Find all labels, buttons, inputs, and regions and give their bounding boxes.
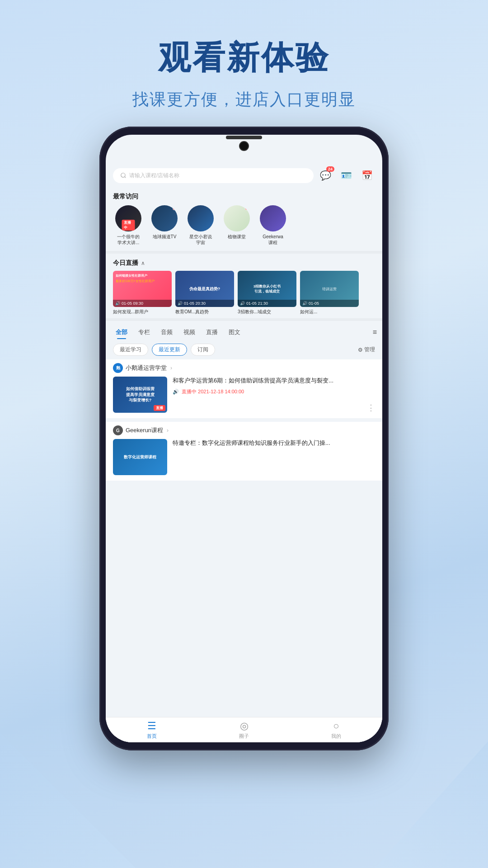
shop-arrow-icon: › <box>170 365 172 371</box>
tab-live[interactable]: 直播 <box>202 326 222 338</box>
contacts-icon-btn[interactable]: 🪪 <box>338 167 354 184</box>
divider <box>106 318 382 321</box>
shop-name: Geekerun课程 <box>126 426 163 434</box>
filter-recent-study[interactable]: 最近学习 <box>113 344 148 356</box>
content-card: 数字化运营师课程 特邀专栏：数字化运营师课程给知识服务行业新手的入门操... <box>106 439 382 481</box>
channels-row: 直播中 一个很牛的学术大讲... 地球频道TV 星空小 <box>113 205 375 245</box>
shop-arrow-icon: › <box>167 427 169 434</box>
channel-avatar: 直播中 <box>115 205 141 231</box>
content-card: 如何借助训练营提高学员满意度与裂变增长? 直播 和客户学运营第6期：如何借助训练… <box>106 377 382 418</box>
profile-icon: ○ <box>333 720 339 732</box>
live-status: 直播中 2021-12-18 14:00:00 <box>182 388 244 395</box>
calendar-icon: 📅 <box>361 170 373 181</box>
tab-menu-icon[interactable]: ≡ <box>373 328 377 336</box>
nav-profile[interactable]: ○ 我的 <box>290 717 382 742</box>
phone-speaker <box>226 136 262 139</box>
tab-audio[interactable]: 音频 <box>156 326 177 338</box>
channel-item[interactable]: 直播中 一个很牛的学术大讲... <box>113 205 144 245</box>
channel-item[interactable]: Geekerwa课程 <box>258 205 288 245</box>
filter-row: 最近学习 最近更新 订阅 ⚙ 管理 <box>106 342 382 359</box>
nav-profile-label: 我的 <box>331 733 341 740</box>
shop-header[interactable]: 鹅 小鹅通运营学堂 › <box>106 359 382 377</box>
tab-all[interactable]: 全部 <box>111 326 132 338</box>
live-label: 直播 <box>154 405 165 411</box>
card-thumbnail: 数字化运营师课程 <box>113 439 167 475</box>
channel-avatar <box>151 205 178 231</box>
live-time: 01-05 21:30 <box>246 301 268 306</box>
thumb-overlay: 🔊 01-05 20:30 <box>175 300 234 307</box>
most-visited-section: 最常访问 直播中 一个很牛的学术大讲... 地球频道T <box>106 189 382 249</box>
most-visited-title: 最常访问 <box>113 193 375 201</box>
tab-column[interactable]: 专栏 <box>134 326 155 338</box>
live-card[interactable]: 伪命题是真趋势? 🔊 01-05 20:30 教育OM...真趋势 <box>175 271 234 315</box>
live-today-title: 今日直播 <box>113 259 138 267</box>
channel-name: 地球频道TV <box>149 234 180 240</box>
live-cards-row: 如何链接女性社群用户 服务好100万+女性社群用户 🔊 01-05 09:30 … <box>113 271 375 315</box>
thumb-overlay: 🔊 01-05 <box>300 300 359 307</box>
card-meta: 🔊 直播中 2021-12-18 14:00:00 <box>173 388 361 395</box>
hero-subtitle: 找课更方便，进店入口更明显 <box>0 89 488 111</box>
thumb-text: 如何借助训练营提高学员满意度与裂变增长? <box>124 384 156 405</box>
live-card[interactable]: 培训运营 🔊 01-05 如何运... <box>300 271 359 315</box>
divider <box>106 251 382 254</box>
live-badge: 直播中 <box>122 220 135 231</box>
thumb-overlay: 🔊 01-05 21:30 <box>238 300 296 307</box>
card-title: 特邀专栏：数字化运营师课程给知识服务行业新手的入门操... <box>173 439 375 447</box>
nav-community[interactable]: ◎ 圈子 <box>198 717 290 742</box>
filter-recent-update[interactable]: 最近更新 <box>152 344 187 356</box>
content-area: 鹅 小鹅通运营学堂 › 如何借助训练营提高学员满意度与裂变增长? 直播 <box>106 359 382 481</box>
card-info: 和客户学运营第6期：如何借助训练营提高学员满意度与裂变... 🔊 直播中 202… <box>173 377 361 413</box>
shop-section: 鹅 小鹅通运营学堂 › 如何借助训练营提高学员满意度与裂变增长? 直播 <box>106 359 382 418</box>
live-card[interactable]: 3招教你从小红书引流，临域成交 🔊 01-05 21:30 3招教你...域成交 <box>238 271 296 315</box>
live-time: 01-05 <box>309 301 319 306</box>
shop-header[interactable]: G Geekerun课程 › <box>106 422 382 439</box>
message-badge: 24 <box>326 166 334 172</box>
thumb-overlay: 🔊 01-05 09:30 <box>113 300 172 307</box>
shop-avatar: G <box>113 425 123 435</box>
thumb-text: 数字化运营师课程 <box>122 453 158 462</box>
content-tabs: 全部 专栏 音频 视频 直播 图文 ≡ <box>106 323 382 342</box>
channel-avatar <box>260 205 286 231</box>
manage-icon: ⚙ <box>358 347 363 353</box>
live-card-title: 如何发现...群用户 <box>113 309 172 315</box>
filter-subscribe[interactable]: 订阅 <box>191 344 215 356</box>
tab-text[interactable]: 图文 <box>224 326 245 338</box>
message-icon-btn[interactable]: 💬 24 <box>317 167 333 184</box>
card-info: 特邀专栏：数字化运营师课程给知识服务行业新手的入门操... <box>173 439 375 475</box>
search-placeholder: 请输入课程/店铺名称 <box>129 172 179 179</box>
live-time: 01-05 09:30 <box>122 301 143 306</box>
calendar-icon-btn[interactable]: 📅 <box>359 167 375 184</box>
shop-name: 小鹅通运营学堂 <box>126 364 167 372</box>
channel-item[interactable]: 星空小君说宇宙 <box>185 205 216 245</box>
channel-item[interactable]: 地球频道TV <box>149 205 180 245</box>
nav-home-label: 首页 <box>147 733 157 740</box>
live-card-title: 教育OM...真趋势 <box>175 309 234 315</box>
card-title: 和客户学运营第6期：如何借助训练营提高学员满意度与裂变... <box>173 377 361 385</box>
search-input[interactable]: 请输入课程/店铺名称 <box>113 168 314 183</box>
red-dot <box>245 207 249 210</box>
svg-point-0 <box>121 173 125 177</box>
channel-avatar <box>188 205 214 231</box>
live-card[interactable]: 如何链接女性社群用户 服务好100万+女性社群用户 🔊 01-05 09:30 … <box>113 271 172 315</box>
red-dot <box>173 207 176 210</box>
card-thumbnail: 如何借助训练营提高学员满意度与裂变增长? 直播 <box>113 377 167 413</box>
contacts-icon: 🪪 <box>341 170 352 181</box>
phone-mockup: 请输入课程/店铺名称 💬 24 🪪 📅 <box>99 127 389 750</box>
live-card-thumb: 3招教你从小红书引流，临域成交 🔊 01-05 21:30 <box>238 271 296 307</box>
tab-video[interactable]: 视频 <box>179 326 200 338</box>
channel-item[interactable]: 植物课堂 <box>221 205 252 245</box>
manage-button[interactable]: ⚙ 管理 <box>358 346 375 354</box>
channel-name: 星空小君说宇宙 <box>185 234 216 245</box>
hero-title: 观看新体验 <box>0 0 488 80</box>
live-today-section: 今日直播 ∧ 如何链接女性社群用户 服务好100万+女性社群用户 <box>106 255 382 316</box>
nav-home[interactable]: ☰ 首页 <box>106 717 198 742</box>
live-card-thumb: 伪命题是真趋势? 🔊 01-05 20:30 <box>175 271 234 307</box>
waveform-icon: 🔊 <box>173 389 179 395</box>
channel-name: Geekerwa课程 <box>258 234 288 245</box>
search-icon <box>120 172 127 179</box>
channel-avatar <box>224 205 250 231</box>
chevron-up-icon[interactable]: ∧ <box>141 260 145 266</box>
svg-line-1 <box>125 177 126 178</box>
phone-camera <box>239 141 249 151</box>
card-more-icon[interactable]: ⋮ <box>367 403 375 413</box>
